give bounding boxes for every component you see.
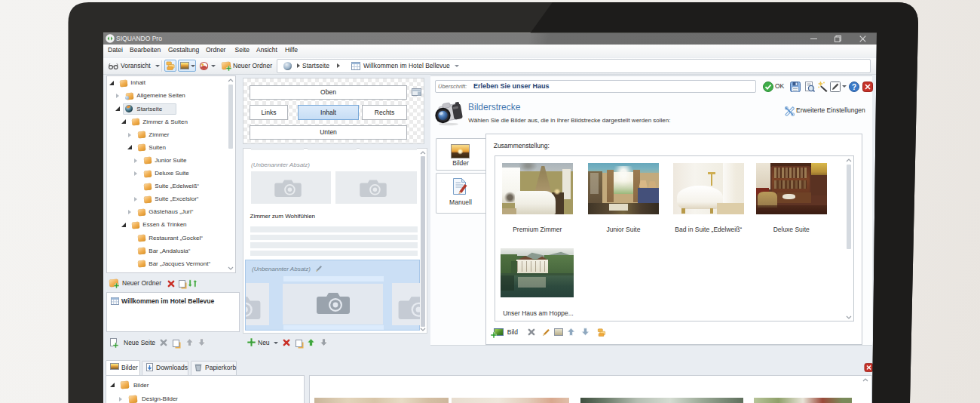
svg-text:?: ?: [852, 82, 856, 91]
